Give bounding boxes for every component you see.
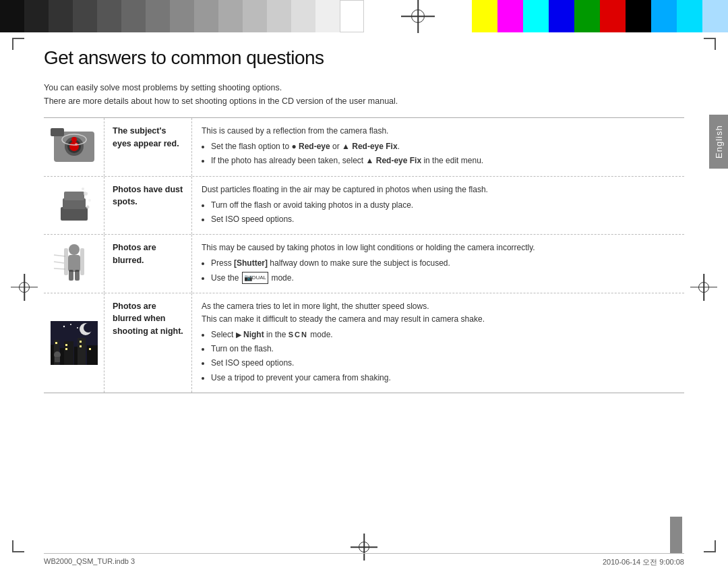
svg-rect-40 xyxy=(65,348,67,350)
faq-image-redeye xyxy=(44,118,104,176)
svg-point-14 xyxy=(86,205,89,208)
svg-rect-17 xyxy=(68,255,80,272)
svg-marker-15 xyxy=(86,187,96,196)
svg-point-16 xyxy=(69,244,80,255)
svg-rect-42 xyxy=(80,345,82,347)
svg-line-24 xyxy=(54,268,65,269)
svg-point-12 xyxy=(88,199,91,202)
svg-rect-38 xyxy=(55,342,57,344)
faq-row-redeye: The subject's eyes appear red. This is c… xyxy=(44,118,684,177)
faq-label-night: Photos are blurred when shooting at nigh… xyxy=(104,293,192,393)
faq-desc-blur: This may be caused by taking photos in l… xyxy=(192,235,684,293)
faq-label-redeye: The subject's eyes appear red. xyxy=(104,118,192,176)
intro-text: You can easily solve most problems by se… xyxy=(44,81,684,108)
svg-rect-10 xyxy=(64,192,84,200)
corner-mark-tr xyxy=(704,38,716,50)
corner-mark-bl xyxy=(12,540,24,552)
footer-right: 2010-06-14 오전 9:00:08 xyxy=(603,557,684,567)
svg-point-28 xyxy=(63,326,64,327)
svg-line-23 xyxy=(54,262,64,263)
faq-image-night xyxy=(44,293,104,393)
right-crosshair xyxy=(690,274,717,301)
svg-point-7 xyxy=(71,137,77,142)
page-number-bar xyxy=(670,517,682,554)
faq-desc-dust: Dust particles floating in the air may b… xyxy=(192,177,684,235)
faq-image-dust xyxy=(44,177,104,235)
corner-mark-tl xyxy=(12,38,24,50)
svg-point-13 xyxy=(82,188,84,190)
svg-rect-43 xyxy=(89,348,91,350)
svg-rect-19 xyxy=(80,248,84,275)
faq-row-dust: Photos have dust spots. Dust particles f… xyxy=(44,177,684,235)
faq-table: The subject's eyes appear red. This is c… xyxy=(44,117,684,393)
grayscale-swatches xyxy=(0,0,364,32)
color-swatches xyxy=(472,0,728,32)
language-tab: English xyxy=(709,115,728,169)
faq-desc-night: As the camera tries to let in more light… xyxy=(192,293,684,393)
faq-label-blur: Photos are blurred. xyxy=(104,235,192,293)
footer-left: WB2000_QSM_TUR.indb 3 xyxy=(44,557,135,567)
faq-row-night: Photos are blurred when shooting at nigh… xyxy=(44,293,684,393)
footer: WB2000_QSM_TUR.indb 3 2010-06-14 오전 9:00… xyxy=(44,553,684,567)
top-color-bar xyxy=(0,0,728,32)
svg-point-30 xyxy=(77,327,78,328)
svg-rect-41 xyxy=(80,341,82,343)
svg-rect-39 xyxy=(65,344,67,346)
svg-point-4 xyxy=(69,142,79,151)
page-title: Get answers to common questions xyxy=(44,47,684,69)
corner-mark-br xyxy=(704,540,716,552)
svg-line-22 xyxy=(54,255,65,256)
svg-rect-45 xyxy=(55,357,60,362)
faq-desc-redeye: This is caused by a reflection from the … xyxy=(192,118,684,176)
svg-rect-37 xyxy=(87,345,98,365)
svg-rect-1 xyxy=(51,128,64,136)
main-content: Get answers to common questions You can … xyxy=(44,47,684,537)
faq-label-dust: Photos have dust spots. xyxy=(104,177,192,235)
faq-row-blur: Photos are blurred. This may be caused b… xyxy=(44,235,684,293)
left-crosshair xyxy=(11,274,38,301)
svg-rect-21 xyxy=(75,270,80,281)
faq-image-blur xyxy=(44,235,104,293)
svg-rect-20 xyxy=(69,270,73,281)
svg-point-27 xyxy=(84,323,93,333)
svg-rect-18 xyxy=(64,248,68,275)
svg-point-29 xyxy=(70,324,71,325)
